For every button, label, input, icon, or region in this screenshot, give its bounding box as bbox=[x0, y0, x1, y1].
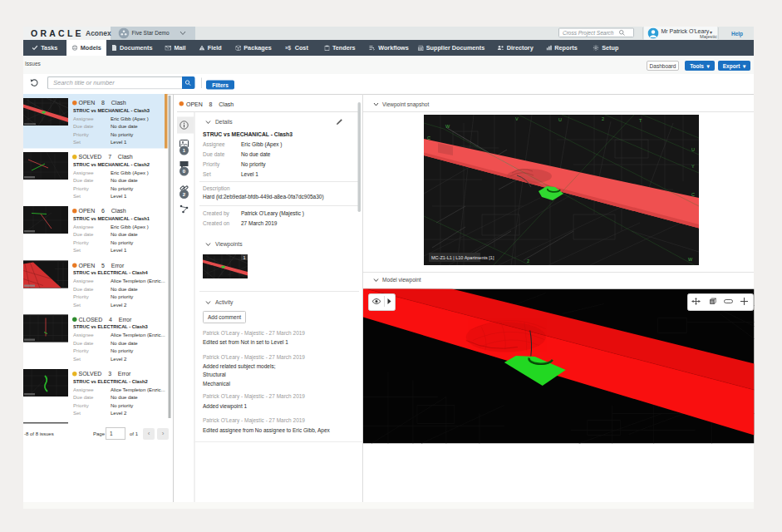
svg-text:2: 2 bbox=[602, 116, 604, 121]
svg-text:C: C bbox=[691, 192, 695, 197]
svg-text:2: 2 bbox=[527, 259, 529, 264]
svg-text:1: 1 bbox=[243, 255, 245, 260]
svg-text:W: W bbox=[445, 124, 450, 129]
svg-text:V: V bbox=[515, 116, 519, 121]
svg-text:W: W bbox=[688, 257, 693, 262]
svg-text:U: U bbox=[691, 147, 695, 152]
svg-text:»$: »$ bbox=[285, 45, 292, 51]
svg-text:U: U bbox=[558, 117, 562, 122]
svg-text:MC-Z1-L1 | L10 Apartments [1]: MC-Z1-L1 | L10 Apartments [1] bbox=[431, 255, 494, 260]
svg-text:C: C bbox=[427, 135, 430, 140]
svg-text:Y: Y bbox=[691, 164, 695, 169]
